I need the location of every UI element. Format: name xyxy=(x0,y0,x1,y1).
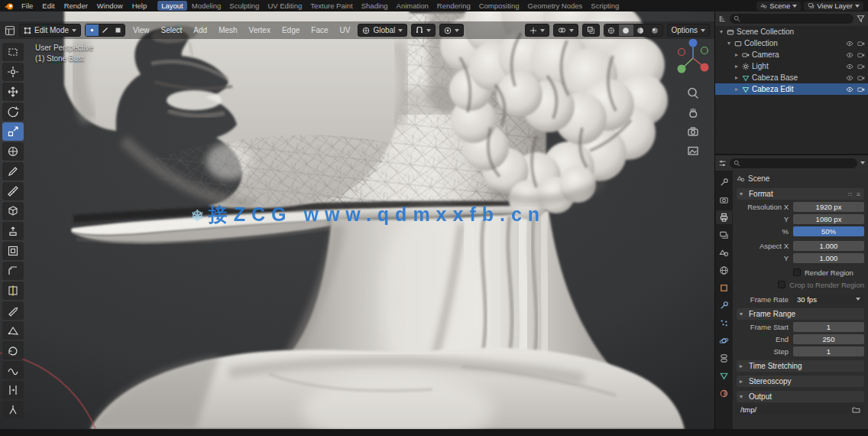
outliner-row-mesh-1[interactable]: ▸ Cabeza Base xyxy=(715,72,868,83)
menu-window[interactable]: Window xyxy=(92,2,128,10)
tool-scale-button[interactable] xyxy=(2,122,24,141)
crop-region-checkbox[interactable] xyxy=(778,281,785,288)
tool-extrude-region-button[interactable] xyxy=(2,222,24,240)
tab-modifiers[interactable] xyxy=(716,298,732,312)
menu-help[interactable]: Help xyxy=(128,2,152,10)
tab-sculpting[interactable]: Sculpting xyxy=(225,1,263,11)
show-gizmo-toggle[interactable] xyxy=(525,24,549,37)
tool-measure-button[interactable] xyxy=(2,182,24,200)
outliner-row-scene-collection[interactable]: ▾ Scene Collection xyxy=(715,26,868,37)
properties-search-input[interactable] xyxy=(730,158,857,168)
tool-smooth-button[interactable] xyxy=(2,361,24,379)
zoom-icon[interactable] xyxy=(686,86,700,100)
disclosure-triangle-icon[interactable]: ▸ xyxy=(734,74,740,81)
viewport-menu-add[interactable]: Add xyxy=(189,26,211,34)
tool-bevel-button[interactable] xyxy=(2,262,24,280)
outliner-row-mesh-2-selected[interactable]: ▸ Cabeza Edit xyxy=(715,83,868,95)
tab-layout[interactable]: Layout xyxy=(157,1,187,11)
blender-logo-icon[interactable] xyxy=(5,2,14,11)
percentage-field[interactable]: 50% xyxy=(793,226,864,236)
frame-step-field[interactable]: 1 xyxy=(793,347,864,356)
tool-select-box-button[interactable] xyxy=(2,43,24,61)
mode-dropdown[interactable]: Edit Mode xyxy=(19,24,81,37)
tool-rip-region-button[interactable] xyxy=(2,401,24,419)
view-layer-selector[interactable]: View Layer xyxy=(804,2,863,11)
tab-object-data[interactable] xyxy=(716,369,732,382)
time-stretching-panel-header[interactable]: ▸ Time Stretching xyxy=(737,360,864,372)
tab-animation[interactable]: Animation xyxy=(393,1,432,11)
viewport-menu-uv[interactable]: UV xyxy=(336,26,355,34)
chevron-down-icon[interactable] xyxy=(860,161,865,164)
tab-view-layer[interactable] xyxy=(716,228,732,242)
camera-visibility-icon[interactable] xyxy=(857,75,865,81)
tool-move-button[interactable] xyxy=(2,83,24,101)
frame-range-panel-header[interactable]: ▾ Frame Range xyxy=(737,308,864,320)
material-shading-button[interactable] xyxy=(633,24,648,36)
viewport-menu-face[interactable]: Face xyxy=(307,26,332,34)
output-panel-header[interactable]: ▾ Output xyxy=(737,391,864,402)
disclosure-triangle-icon[interactable]: ▸ xyxy=(734,63,740,70)
aspect-x-field[interactable]: 1.000 xyxy=(793,241,864,251)
tool-cursor-button[interactable] xyxy=(2,63,24,81)
options-dropdown[interactable]: Options xyxy=(667,24,710,37)
tab-particles[interactable] xyxy=(716,316,732,330)
output-path-field[interactable]: /tmp/ xyxy=(737,404,864,415)
camera-visibility-icon[interactable] xyxy=(857,86,865,93)
face-select-button[interactable] xyxy=(112,24,125,36)
menu-file[interactable]: File xyxy=(17,2,37,10)
disclosure-triangle-icon[interactable]: ▸ xyxy=(734,51,740,58)
show-overlays-toggle[interactable] xyxy=(553,24,578,37)
tab-scripting[interactable]: Scripting xyxy=(587,1,623,11)
filter-funnel-icon[interactable] xyxy=(857,15,865,23)
disclosure-triangle-icon[interactable]: ▸ xyxy=(734,86,740,93)
tool-loop-cut-button[interactable] xyxy=(2,281,24,300)
properties-editor-icon[interactable] xyxy=(718,159,727,168)
tab-rendering[interactable]: Rendering xyxy=(433,1,474,11)
tool-transform-button[interactable] xyxy=(2,142,24,161)
scene-selector[interactable]: Scene xyxy=(756,2,801,11)
menu-render[interactable]: Render xyxy=(60,2,92,10)
tool-spin-button[interactable] xyxy=(2,341,24,360)
eye-icon[interactable] xyxy=(846,63,853,70)
tab-tool[interactable] xyxy=(716,175,732,189)
tool-annotate-button[interactable] xyxy=(2,162,24,181)
tab-compositing[interactable]: Compositing xyxy=(475,1,523,11)
viewport-menu-select[interactable]: Select xyxy=(157,26,186,34)
pan-hand-icon[interactable] xyxy=(686,106,700,119)
panel-options-icon[interactable]: ⁙ ≡ xyxy=(847,190,861,198)
tool-rotate-button[interactable] xyxy=(2,102,24,121)
tab-world[interactable] xyxy=(716,263,732,277)
viewport-menu-vertex[interactable]: Vertex xyxy=(245,26,274,34)
frame-rate-dropdown[interactable]: 30 fps xyxy=(793,294,864,304)
tab-geometry-nodes[interactable]: Geometry Nodes xyxy=(524,1,587,11)
frame-end-field[interactable]: 250 xyxy=(793,334,864,344)
render-region-checkbox[interactable] xyxy=(793,268,801,276)
orientation-gizmo[interactable] xyxy=(675,34,711,81)
outliner-row-camera[interactable]: ▸ Camera xyxy=(715,49,868,60)
vertex-select-button[interactable] xyxy=(86,24,99,36)
transform-orientation-dropdown[interactable]: Global xyxy=(358,24,407,37)
tab-scene[interactable] xyxy=(716,246,732,259)
viewport-menu-view[interactable]: View xyxy=(129,26,154,34)
resolution-x-field[interactable]: 1920 px xyxy=(793,202,864,212)
tool-knife-button[interactable] xyxy=(2,301,24,320)
camera-visibility-icon[interactable] xyxy=(857,41,865,47)
tab-texture-paint[interactable]: Texture Paint xyxy=(306,1,356,11)
camera-view-icon[interactable] xyxy=(686,125,700,138)
outliner-editor-icon[interactable] xyxy=(718,15,727,23)
folder-icon[interactable] xyxy=(852,406,860,413)
frame-start-field[interactable]: 1 xyxy=(793,322,864,332)
outliner-row-collection[interactable]: ▾ Collection xyxy=(715,37,868,49)
viewport-menu-edge[interactable]: Edge xyxy=(278,26,303,34)
disclosure-triangle-icon[interactable]: ▾ xyxy=(726,40,732,47)
snap-toggle[interactable] xyxy=(411,24,436,37)
stereoscopy-panel-header[interactable]: ▸ Stereoscopy xyxy=(737,376,864,387)
tool-inset-faces-button[interactable] xyxy=(2,242,24,260)
rendered-shading-button[interactable] xyxy=(648,24,662,36)
outliner-search-input[interactable] xyxy=(730,14,853,24)
wireframe-shading-button[interactable] xyxy=(604,24,619,36)
format-panel-header[interactable]: ▾ Format ⁙ ≡ xyxy=(737,188,864,200)
camera-visibility-icon[interactable] xyxy=(857,52,865,58)
proportional-editing-toggle[interactable] xyxy=(439,24,464,37)
perspective-toggle-icon[interactable] xyxy=(686,144,700,158)
